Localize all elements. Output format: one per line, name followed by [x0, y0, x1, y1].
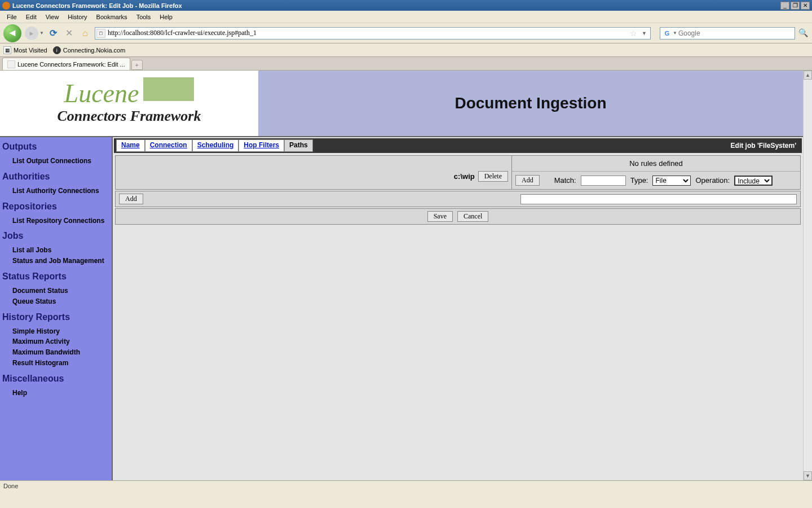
tab-favicon — [7, 60, 15, 68]
google-icon[interactable]: G — [663, 29, 672, 38]
search-engine-dropdown-icon[interactable]: ▼ — [672, 30, 678, 36]
banner-right: Document Ingestion — [258, 71, 803, 136]
new-tab-button[interactable]: + — [131, 60, 143, 70]
firefox-icon — [2, 2, 10, 10]
menu-bar: File Edit View History Bookmarks Tools H… — [0, 11, 812, 23]
cancel-button[interactable]: Cancel — [457, 211, 488, 222]
browser-tabstrip: Lucene Connectors Framework: Edit ... + — [0, 57, 812, 71]
menu-tools[interactable]: Tools — [132, 12, 156, 21]
nav-toolbar: ◄ ► ▼ ⟳ ✕ ⌂ □ ☆ ▼ G ▼ 🔍 — [0, 23, 812, 43]
search-input[interactable] — [678, 29, 792, 37]
site-identity-icon[interactable]: □ — [96, 29, 105, 38]
tab-hopfilters[interactable]: Hop Filters — [239, 139, 284, 152]
tab-label: Lucene Connectors Framework: Edit ... — [17, 61, 125, 68]
sidebar-header: Miscellaneous — [2, 374, 109, 384]
action-row: Save Cancel — [115, 208, 801, 225]
sidebar-link[interactable]: Maximum Activity — [12, 337, 109, 347]
edit-job-label: Edit job 'FileSystem' — [731, 142, 800, 150]
match-input[interactable] — [581, 176, 626, 186]
maximize-button[interactable]: ❐ — [791, 2, 800, 10]
scroll-down-icon[interactable]: ▼ — [804, 471, 812, 480]
app-banner: Lucene Connectors Framework Document Ing… — [0, 71, 803, 137]
sidebar-link[interactable]: List all Jobs — [12, 246, 109, 255]
sidebar-link[interactable]: Status and Job Management — [12, 256, 109, 266]
close-button[interactable]: ✕ — [801, 2, 810, 10]
forward-button[interactable]: ► — [25, 27, 38, 40]
sidebar-link[interactable]: Result Histogram — [12, 358, 109, 368]
menu-bookmarks[interactable]: Bookmarks — [92, 12, 132, 21]
path-row: c:\wip Delete No rules defined Add Match… — [115, 155, 801, 190]
search-go-icon[interactable]: 🔍 — [798, 28, 809, 38]
window-title: Lucene Connectors Framework: Edit Job - … — [12, 2, 780, 9]
sidebar-link[interactable]: Maximum Bandwidth — [12, 348, 109, 357]
sidebar-link[interactable]: Queue Status — [12, 297, 109, 306]
window-titlebar: Lucene Connectors Framework: Edit Job - … — [0, 0, 812, 11]
menu-history[interactable]: History — [63, 12, 91, 21]
back-button[interactable]: ◄ — [3, 24, 21, 42]
type-label: Type: — [630, 176, 648, 185]
url-bar[interactable]: □ ☆ ▼ — [95, 27, 651, 40]
url-dropdown-icon[interactable]: ▼ — [639, 30, 649, 36]
sidebar-header: Jobs — [2, 231, 109, 241]
menu-help[interactable]: Help — [155, 12, 177, 21]
rule-bar: Add Match: Type: File Operation: — [512, 172, 800, 189]
bookmark-most-visited[interactable]: ▦ Most Visited — [3, 46, 47, 54]
stop-button[interactable]: ✕ — [63, 27, 76, 40]
menu-file[interactable]: File — [2, 12, 21, 21]
home-button[interactable]: ⌂ — [79, 27, 91, 40]
bookmark-label: Most Visited — [14, 47, 47, 54]
search-bar[interactable]: G ▼ — [660, 27, 795, 40]
page-title: Document Ingestion — [454, 94, 606, 112]
path-value-label: c:\wip — [454, 172, 475, 181]
sidebar-link[interactable]: Help — [12, 388, 109, 398]
bookmark-nokia[interactable]: i Connecting.Nokia.com — [53, 46, 126, 54]
add-path-button[interactable]: Add — [119, 194, 143, 204]
tab-name[interactable]: Name — [116, 139, 145, 152]
sidebar-header: Status Reports — [2, 271, 109, 282]
sidebar-link[interactable]: Simple History — [12, 327, 109, 336]
browser-tab[interactable]: Lucene Connectors Framework: Edit ... — [2, 58, 130, 70]
sidebar-link[interactable]: List Authority Connections — [12, 186, 109, 196]
scroll-up-icon[interactable]: ▲ — [804, 71, 812, 80]
work-area: Name Connection Scheduling Hop Filters P… — [113, 137, 803, 480]
bookmark-icon: ▦ — [3, 46, 11, 54]
history-dropdown-icon[interactable]: ▼ — [39, 30, 44, 36]
status-bar: Done — [0, 480, 812, 491]
sidebar-header: Repositories — [2, 202, 109, 212]
sidebar-header: Authorities — [2, 172, 109, 182]
logo-main: Lucene — [64, 82, 139, 105]
status-text: Done — [3, 483, 18, 489]
sidebar-link[interactable]: Document Status — [12, 286, 109, 296]
tab-connection[interactable]: Connection — [145, 139, 192, 152]
vertical-scrollbar[interactable]: ▲ ▼ — [803, 71, 812, 480]
logo-sub: Connectors Framework — [58, 108, 201, 125]
save-button[interactable]: Save — [427, 211, 453, 222]
match-label: Match: — [554, 176, 576, 185]
bookmark-label: Connecting.Nokia.com — [63, 47, 126, 54]
operation-select[interactable]: Include — [734, 176, 773, 186]
menu-edit[interactable]: Edit — [21, 12, 41, 21]
add-path-row: Add — [115, 191, 801, 207]
type-select[interactable]: File — [652, 176, 691, 186]
operation-label: Operation: — [695, 176, 730, 185]
tab-scheduling[interactable]: Scheduling — [192, 139, 239, 152]
sidebar: OutputsList Output ConnectionsAuthoritie… — [0, 137, 113, 480]
sidebar-header: Outputs — [2, 142, 109, 152]
bookmark-icon: i — [53, 46, 61, 54]
reload-button[interactable]: ⟳ — [47, 27, 60, 40]
add-rule-button[interactable]: Add — [515, 175, 540, 186]
new-path-input[interactable] — [520, 194, 797, 204]
job-tab-header: Name Connection Scheduling Hop Filters P… — [114, 138, 802, 153]
minimize-button[interactable]: _ — [780, 2, 789, 10]
url-input[interactable] — [108, 29, 628, 37]
no-rules-text: No rules defined — [512, 156, 800, 172]
tab-paths[interactable]: Paths — [284, 139, 313, 152]
delete-path-button[interactable]: Delete — [478, 171, 508, 182]
bookmark-star-icon[interactable]: ☆ — [628, 29, 639, 38]
logo-area: Lucene Connectors Framework — [0, 71, 258, 136]
sidebar-header: History Reports — [2, 312, 109, 322]
logo-swoosh-icon — [143, 77, 194, 101]
menu-view[interactable]: View — [41, 12, 64, 21]
sidebar-link[interactable]: List Repository Connections — [12, 216, 109, 226]
sidebar-link[interactable]: List Output Connections — [12, 156, 109, 166]
